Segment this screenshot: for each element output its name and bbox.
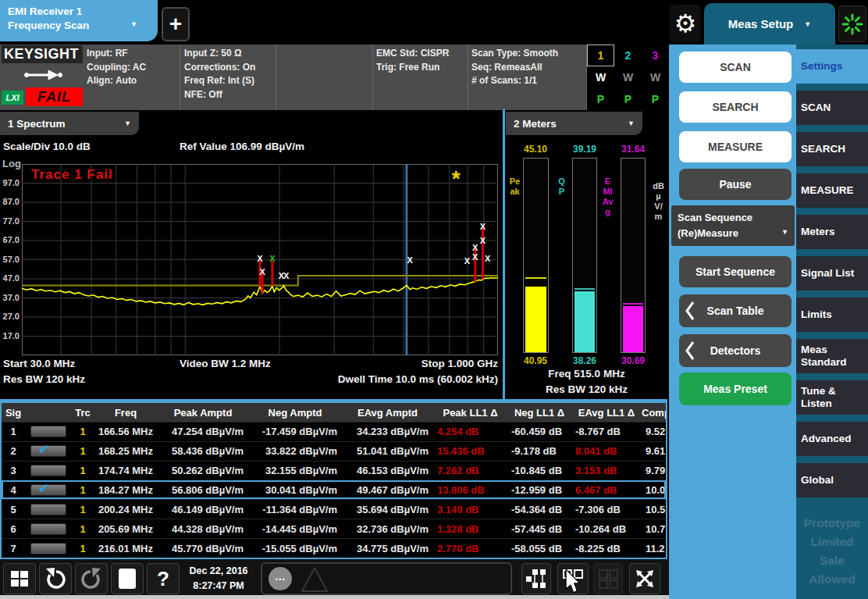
- column-header[interactable]: Neg LL1 Δ: [507, 407, 571, 419]
- eavg-amptd-cell: 34.233 dBµV/m: [342, 426, 433, 437]
- signal-checkbox[interactable]: [30, 543, 66, 554]
- signal-list-table[interactable]: SigTrcFreqPeak AmptdNeg AmptdEAvg AmptdP…: [0, 401, 667, 559]
- res-bw-annotation: Res BW 120 kHz: [3, 373, 85, 385]
- menu-item-search[interactable]: SEARCH: [796, 132, 868, 166]
- table-row[interactable]: 11166.56 MHz47.254 dBµV/m-17.459 dBµV/m3…: [2, 422, 666, 441]
- trace-grid-write-1[interactable]: W: [587, 66, 614, 88]
- signal-checkbox[interactable]: [30, 426, 66, 437]
- add-tab-button[interactable]: +: [162, 7, 190, 41]
- checkbox-cell[interactable]: [25, 445, 72, 457]
- clock[interactable]: Dec 22, 2016 8:27:47 PM: [180, 564, 258, 594]
- help-button[interactable]: ?: [147, 563, 180, 594]
- trace-grid-write-3[interactable]: W: [642, 66, 669, 88]
- meter-unit-label: dBµV/m: [653, 181, 664, 222]
- undo-button[interactable]: [39, 563, 72, 594]
- trace-grid-trace-3[interactable]: 3: [642, 45, 669, 66]
- meters-window-selector[interactable]: 2 Meters ▼: [506, 112, 642, 135]
- menu-item-meters[interactable]: Meters: [796, 215, 868, 249]
- checkbox-cell[interactable]: [25, 465, 72, 476]
- start-sequence-button[interactable]: Start Sequence: [679, 256, 792, 287]
- measure-button[interactable]: MEASURE: [679, 131, 792, 162]
- spectrum-window-title: 1 Spectrum: [8, 118, 66, 130]
- table-row[interactable]: 61205.69 MHz44.328 dBµV/m-14.445 dBµV/m3…: [2, 519, 666, 538]
- trace-grid-trace-2[interactable]: 2: [614, 45, 642, 66]
- table-row[interactable]: 51200.24 MHz46.149 dBµV/m-11.364 dBµV/m3…: [2, 499, 666, 519]
- column-header[interactable]: EAvg LL1 Δ: [571, 407, 642, 419]
- checkbox-cell[interactable]: [25, 484, 72, 496]
- menu-item-tune-listen[interactable]: Tune & Listen: [796, 380, 868, 415]
- column-header[interactable]: Peak LL1 Δ: [433, 407, 507, 419]
- table-row[interactable]: 71216.01 MHz45.770 dBµV/m-15.055 dBµV/m3…: [2, 538, 666, 558]
- meas-preset-button[interactable]: Meas Preset: [679, 373, 792, 405]
- neg-ll1-delta-cell: -9.178 dB: [507, 445, 571, 457]
- fullscreen-button[interactable]: [629, 563, 660, 594]
- signal-checkbox[interactable]: [30, 484, 66, 496]
- file-explorer-button[interactable]: [111, 563, 144, 594]
- peak-amptd-cell: 47.254 dBµV/m: [158, 426, 248, 437]
- column-header[interactable]: Freq: [94, 407, 158, 419]
- star-annotation-icon: *: [452, 166, 461, 191]
- trace-grid-detector-1[interactable]: P: [587, 88, 614, 110]
- message-tray[interactable]: [261, 562, 512, 595]
- grid-layout-button[interactable]: [593, 563, 623, 594]
- trace-grid-detector-3[interactable]: P: [642, 88, 669, 110]
- checkbox-cell[interactable]: [25, 543, 72, 554]
- stop-freq-annotation: Stop 1.000 GHz: [367, 358, 498, 369]
- mode-tab[interactable]: EMI Receiver 1 Frequency Scan ▼: [0, 0, 158, 41]
- speech-bubble-icon[interactable]: ⋯: [269, 567, 292, 590]
- neg-amptd-cell: 30.041 dBµV/m: [248, 484, 342, 496]
- pause-button[interactable]: Pause: [679, 169, 792, 200]
- column-header[interactable]: Neg Amptd: [248, 407, 342, 419]
- menu-item-meas-standard[interactable]: Meas Standard: [796, 339, 868, 373]
- column-header[interactable]: Sig: [2, 407, 25, 419]
- column-header[interactable]: Trc: [72, 407, 94, 419]
- checkbox-cell[interactable]: [25, 426, 72, 437]
- scan-table-button[interactable]: Scan Table: [679, 294, 792, 327]
- screen-layout-button[interactable]: [521, 563, 551, 594]
- menu-item-measure[interactable]: MEASURE: [796, 173, 868, 208]
- table-row[interactable]: 41184.27 MHz56.806 dBµV/m30.041 dBµV/m49…: [2, 480, 666, 500]
- menu-item-limits[interactable]: Limits: [796, 298, 868, 332]
- column-header[interactable]: EAvg Amptd: [342, 407, 433, 419]
- windows-start-button[interactable]: [3, 563, 36, 594]
- trace-cell: 1: [72, 484, 94, 496]
- chevron-left-icon: [685, 301, 695, 321]
- mode-tab-line1: EMI Receiver 1: [8, 5, 150, 19]
- undo-icon: [44, 568, 67, 590]
- table-row[interactable]: 21168.25 MHz58.436 dBµV/m33.822 dBµV/m51…: [2, 441, 666, 461]
- signal-checkbox[interactable]: [30, 465, 66, 476]
- trace-grid-detector-2[interactable]: P: [614, 88, 642, 110]
- column-header[interactable]: Peak Amptd: [158, 407, 248, 419]
- comp-cell: 11.2: [642, 543, 666, 554]
- scan-sequence-dropdown[interactable]: Scan Sequence (Re)Measure ▼: [671, 205, 795, 246]
- trace-grid-trace-1[interactable]: 1: [587, 45, 614, 66]
- ref-value-readout[interactable]: Ref Value 106.99 dBµV/m: [180, 141, 304, 152]
- info-line: Input Z: 50 Ω: [184, 47, 255, 61]
- spectrum-window-selector[interactable]: 1 Spectrum ▼: [0, 112, 139, 135]
- menu-item-scan[interactable]: SCAN: [796, 91, 868, 125]
- menu-item-global[interactable]: Global: [796, 463, 868, 497]
- column-header[interactable]: Comp: [642, 407, 666, 419]
- checkbox-cell[interactable]: [25, 523, 72, 535]
- spectrum-plot[interactable]: XXXXXXXXXXXX*: [22, 164, 498, 355]
- checkbox-cell[interactable]: [25, 504, 72, 515]
- table-row[interactable]: 31174.74 MHz50.262 dBµV/m32.155 dBµV/m46…: [2, 461, 666, 480]
- menu-item-advanced[interactable]: Advanced: [796, 422, 868, 456]
- menu-item-signal-list[interactable]: Signal List: [796, 256, 868, 291]
- search-button[interactable]: SEARCH: [679, 91, 792, 123]
- scale-div-readout[interactable]: Scale/Div 10.0 dB: [3, 141, 91, 152]
- system-settings-button[interactable]: ⚙: [670, 5, 701, 42]
- scan-button[interactable]: SCAN: [679, 52, 792, 83]
- trace-grid-write-2[interactable]: W: [614, 66, 642, 88]
- detectors-button[interactable]: Detectors: [679, 334, 792, 367]
- signal-checkbox[interactable]: [30, 445, 66, 457]
- activity-spinner-button[interactable]: [838, 5, 866, 42]
- signal-checkbox[interactable]: [30, 504, 66, 515]
- trace-grid[interactable]: 123WWWPPP: [587, 45, 669, 110]
- meter-bar: [623, 306, 643, 352]
- info-line: Coupling: AC: [87, 61, 146, 75]
- redo-button[interactable]: [75, 563, 108, 594]
- menu-item-settings[interactable]: Settings: [796, 49, 868, 84]
- signal-checkbox[interactable]: [30, 523, 66, 535]
- meas-setup-dropdown[interactable]: Meas Setup ▼: [704, 3, 835, 45]
